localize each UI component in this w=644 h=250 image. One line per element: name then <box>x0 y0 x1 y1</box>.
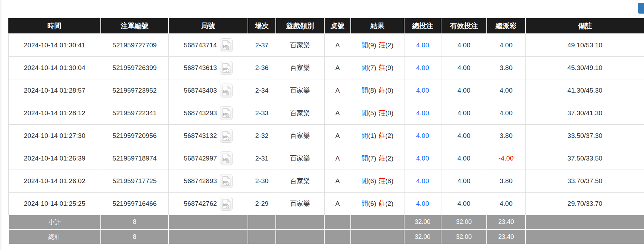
total-bet-link[interactable]: 4.00 <box>416 87 429 94</box>
total-payout-cell: 3.80 <box>487 170 525 192</box>
video-replay-button[interactable] <box>220 84 233 97</box>
valid-bet-cell: 4.00 <box>441 192 487 215</box>
column-header-time: 時間 <box>8 18 101 34</box>
game-type-cell: 百家樂 <box>276 56 324 79</box>
video-replay-button[interactable] <box>220 61 233 75</box>
column-header-bet-id: 注單編號 <box>101 18 168 34</box>
result-cell: 閒(5)莊(0) <box>351 102 404 124</box>
remark-cell: 41.30/45.30 <box>525 79 644 102</box>
session-cell: 2-36 <box>248 56 276 79</box>
round-id: 568742762 <box>184 200 217 208</box>
total-empty-cell <box>351 229 404 244</box>
banker-result-label: 莊 <box>379 87 385 94</box>
remark-cell: 37.30/41.30 <box>525 102 644 124</box>
banker-score: (8) <box>385 177 393 185</box>
session-cell: 2-29 <box>248 192 276 215</box>
video-replay-button[interactable] <box>220 38 233 52</box>
round-cell: 568743403 <box>168 79 248 102</box>
video-replay-button[interactable] <box>220 197 233 211</box>
result-cell: 閒(1)莊(2) <box>351 124 404 147</box>
total-bet-link[interactable]: 4.00 <box>416 132 429 139</box>
column-header-game-type: 遊戲類別 <box>276 18 324 34</box>
video-replay-button[interactable] <box>220 151 233 165</box>
total-bet-cell: 4.00 <box>404 170 441 192</box>
result-cell: 閒(9)莊(2) <box>351 34 404 56</box>
subtotal-empty-cell <box>324 215 351 229</box>
video-replay-button[interactable] <box>220 129 233 143</box>
banker-score: (2) <box>385 200 393 207</box>
game-type-cell: 百家樂 <box>276 34 324 56</box>
game-type-cell: 百家樂 <box>276 192 324 215</box>
total-empty-cell <box>248 229 276 244</box>
total-payout-cell: 4.00 <box>487 79 525 102</box>
total-bet-link[interactable]: 4.00 <box>416 155 429 162</box>
table-row: 2024-10-14 01:30:41 521959727709 5687437… <box>8 34 644 56</box>
bet-history-table: 時間 注單編號 局號 場次 遊戲類別 桌號 結果 總投注 有效投注 總派彩 備註… <box>8 18 644 244</box>
banker-result-label: 莊 <box>379 109 385 117</box>
subtotal-empty-cell <box>248 215 276 229</box>
column-header-remark: 備註 <box>525 18 644 34</box>
game-type-cell: 百家樂 <box>276 102 324 124</box>
subtotal-empty-cell <box>351 215 404 229</box>
total-total-bet: 32.00 <box>404 229 441 244</box>
total-bet-link[interactable]: 4.00 <box>416 109 429 117</box>
total-count: 8 <box>101 229 168 244</box>
remark-cell: 29.70/33.70 <box>525 192 644 215</box>
total-payout-cell: 4.00 <box>487 192 525 215</box>
player-result-label: 閒 <box>362 87 368 94</box>
time-cell: 2024-10-14 01:30:41 <box>8 34 101 56</box>
bet-id-cell: 521959716466 <box>101 192 168 215</box>
remark-cell: 45.30/49.10 <box>525 56 644 79</box>
top-right-button[interactable] <box>638 3 644 14</box>
round-id: 568742893 <box>184 177 217 185</box>
header-row: 時間 注單編號 局號 場次 遊戲類別 桌號 結果 總投注 有效投注 總派彩 備註 <box>8 18 644 34</box>
subtotal-empty-cell <box>276 215 324 229</box>
table-row: 2024-10-14 01:28:57 521959723952 5687434… <box>8 79 644 102</box>
total-bet-link[interactable]: 4.00 <box>416 200 429 207</box>
round-cell: 568743613 <box>168 56 248 79</box>
video-replay-button[interactable] <box>220 106 233 120</box>
result-cell: 閒(6)莊(2) <box>351 192 404 215</box>
game-type-cell: 百家樂 <box>276 147 324 170</box>
total-bet-link[interactable]: 4.00 <box>416 41 429 49</box>
round-id: 568743714 <box>184 41 217 49</box>
valid-bet-cell: 4.00 <box>441 124 487 147</box>
time-cell: 2024-10-14 01:28:57 <box>8 79 101 102</box>
total-bet-link[interactable]: 4.00 <box>416 177 429 185</box>
valid-bet-cell: 4.00 <box>441 79 487 102</box>
result-cell: 閒(8)莊(0) <box>351 79 404 102</box>
banker-result-label: 莊 <box>379 41 385 49</box>
round-cell: 568743132 <box>168 124 248 147</box>
player-result-label: 閒 <box>362 109 368 117</box>
column-header-total-bet: 總投注 <box>404 18 441 34</box>
player-result-label: 閒 <box>362 155 368 162</box>
table-row: 2024-10-14 01:30:04 521959726399 5687436… <box>8 56 644 79</box>
total-bet-cell: 4.00 <box>404 79 441 102</box>
banker-result-label: 莊 <box>379 155 385 162</box>
session-cell: 2-34 <box>248 79 276 102</box>
banker-score: (2) <box>385 132 393 139</box>
time-cell: 2024-10-14 01:30:04 <box>8 56 101 79</box>
result-cell: 閒(7)莊(9) <box>351 56 404 79</box>
total-row: 總計 8 32.00 32.00 23.40 <box>8 229 644 244</box>
bet-id-cell: 521959727709 <box>101 34 168 56</box>
video-file-icon <box>222 63 230 73</box>
subtotal-count: 8 <box>101 215 168 229</box>
video-replay-button[interactable] <box>220 174 233 188</box>
remark-cell: 49.10/53.10 <box>525 34 644 56</box>
total-empty-cell <box>324 229 351 244</box>
round-id: 568743403 <box>184 87 217 94</box>
banker-score: (2) <box>385 41 393 49</box>
round-id: 568743132 <box>184 132 217 140</box>
total-label: 總計 <box>8 229 101 244</box>
banker-result-label: 莊 <box>379 200 385 207</box>
player-result-label: 閒 <box>362 200 368 207</box>
bet-id-cell: 521959726399 <box>101 56 168 79</box>
session-cell: 2-37 <box>248 34 276 56</box>
result-cell: 閒(6)莊(8) <box>351 170 404 192</box>
total-bet-link[interactable]: 4.00 <box>416 64 429 71</box>
player-score: (8) <box>368 87 376 94</box>
column-header-result: 結果 <box>351 18 404 34</box>
result-cell: 閒(7)莊(2) <box>351 147 404 170</box>
video-file-icon <box>222 199 230 209</box>
